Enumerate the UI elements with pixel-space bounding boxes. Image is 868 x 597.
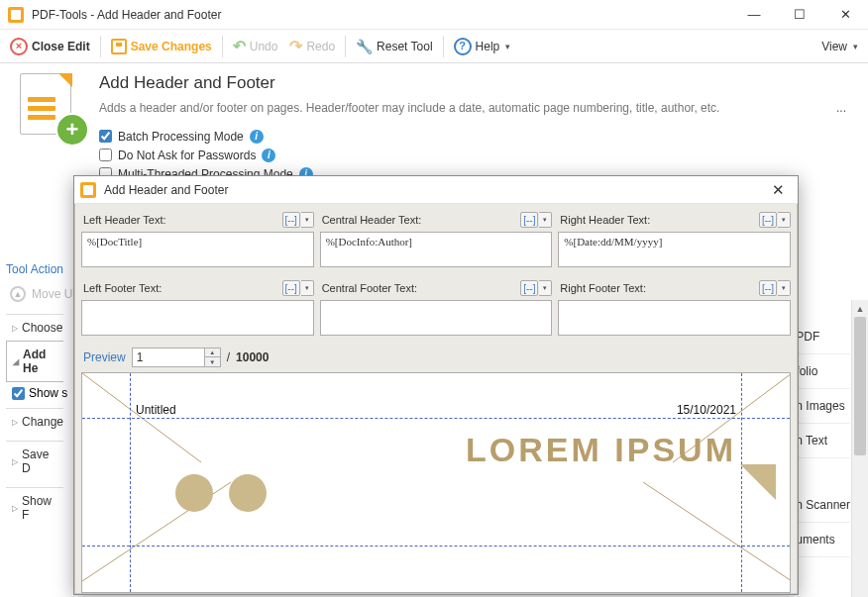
- preview-pane: Untitled 15/10/2021 LOREM IPSUM: [81, 372, 791, 593]
- dialog-titlebar: Add Header and Footer ✕: [74, 176, 798, 204]
- preview-label: Preview: [83, 350, 126, 364]
- insert-macro-dropdown[interactable]: ▾: [778, 280, 791, 296]
- preview-page-input[interactable]: [132, 348, 205, 367]
- tool-header: + Add Header and Footer Adds a header an…: [0, 63, 868, 191]
- left-header-input[interactable]: [81, 232, 314, 267]
- preview-sep: /: [227, 350, 230, 364]
- margin-guide-left: [130, 373, 131, 592]
- acc-change[interactable]: ▷Change: [6, 408, 63, 435]
- left-rail: Tool Action: [6, 262, 63, 276]
- tool-large-icon: +: [16, 73, 85, 143]
- show-setup-checkbox[interactable]: Show s: [6, 382, 72, 408]
- right-header-input[interactable]: [558, 232, 791, 267]
- help-button[interactable]: ? Help ▾: [448, 33, 517, 60]
- insert-macro-dropdown[interactable]: ▾: [539, 280, 552, 296]
- undo-icon: ↶: [233, 37, 246, 55]
- separator: [345, 36, 346, 57]
- insert-macro-dropdown[interactable]: ▾: [301, 212, 314, 228]
- insert-macro-button[interactable]: [--]: [520, 212, 538, 228]
- separator: [222, 36, 223, 57]
- right-item-images[interactable]: n Images: [794, 389, 850, 424]
- insert-macro-button[interactable]: [--]: [282, 212, 300, 228]
- preview-watermark: LOREM IPSUM: [466, 431, 736, 469]
- preview-controls: Preview ▲ ▼ / 10000: [83, 348, 789, 367]
- window-title: PDF-Tools - Add Header and Footer: [32, 8, 221, 22]
- dialog-icon: [80, 182, 96, 198]
- insert-macro-button[interactable]: [--]: [282, 280, 300, 296]
- insert-macro-dropdown[interactable]: ▾: [778, 212, 791, 228]
- scroll-thumb[interactable]: [854, 317, 866, 455]
- help-icon: ?: [454, 38, 472, 55]
- maximize-button[interactable]: ☐: [777, 0, 822, 30]
- tool-title: Add Header and Footer: [99, 73, 852, 93]
- page-spin-up[interactable]: ▲: [205, 348, 221, 357]
- right-footer-input[interactable]: [558, 300, 791, 336]
- right-item-documents[interactable]: uments: [794, 523, 850, 557]
- insert-macro-button[interactable]: [--]: [759, 212, 777, 228]
- reset-tool-button[interactable]: 🔧 Reset Tool: [350, 33, 438, 60]
- insert-macro-button[interactable]: [--]: [520, 280, 538, 296]
- separator: [443, 36, 444, 57]
- separator: [100, 36, 101, 57]
- batch-mode-checkbox[interactable]: Batch Processing Mode i: [99, 127, 852, 146]
- right-item-scanner[interactable]: n Scanner: [794, 488, 850, 523]
- preview-graphic-icon: [229, 474, 267, 512]
- preview-graphic-icon: [175, 474, 213, 512]
- acc-save[interactable]: ▷Save D: [6, 441, 63, 481]
- chevron-down-icon: ▾: [853, 42, 858, 51]
- move-up-button: ▲ Move U: [10, 286, 72, 302]
- central-footer-label: Central Footer Text:: [322, 282, 417, 294]
- preview-total: 10000: [236, 350, 269, 364]
- main-toolbar: × Close Edit Save Changes ↶ Undo ↷ Redo …: [0, 30, 868, 63]
- acc-show-files[interactable]: ▷Show F: [6, 487, 63, 528]
- chevron-down-icon: ▾: [505, 42, 510, 51]
- close-edit-button[interactable]: × Close Edit: [4, 33, 96, 60]
- close-icon: ×: [10, 38, 28, 55]
- undo-button[interactable]: ↶ Undo: [227, 33, 284, 60]
- header-grid: Left Header Text: [--] ▾ Central Header …: [81, 209, 791, 340]
- dialog-close-button[interactable]: ✕: [764, 178, 792, 202]
- acc-add-header[interactable]: ◢Add He: [6, 341, 63, 382]
- central-header-input[interactable]: [320, 232, 553, 267]
- insert-macro-dropdown[interactable]: ▾: [539, 212, 552, 228]
- redo-icon: ↷: [289, 37, 302, 55]
- scroll-up-icon[interactable]: ▲: [852, 300, 868, 317]
- insert-macro-button[interactable]: [--]: [759, 280, 777, 296]
- margin-guide-top: [82, 418, 790, 419]
- add-header-footer-dialog: Add Header and Footer ✕ Left Header Text…: [73, 175, 799, 595]
- section-label: Tool Action: [6, 262, 63, 276]
- right-item-folio[interactable]: folio: [794, 354, 850, 389]
- left-footer-input[interactable]: [81, 300, 314, 336]
- left-header-label: Left Header Text:: [83, 214, 166, 226]
- save-icon: [111, 39, 127, 54]
- arrow-up-icon: ▲: [10, 286, 26, 302]
- dialog-title: Add Header and Footer: [104, 183, 228, 197]
- left-footer-label: Left Footer Text:: [83, 282, 162, 294]
- redo-button[interactable]: ↷ Redo: [283, 33, 341, 60]
- description-more-button[interactable]: ...: [830, 99, 852, 117]
- preview-graphic-corner: [740, 464, 776, 500]
- central-header-label: Central Header Text:: [322, 214, 422, 226]
- info-icon[interactable]: i: [262, 149, 275, 162]
- page-spin-down[interactable]: ▼: [205, 357, 221, 367]
- right-item-text[interactable]: n Text: [794, 424, 850, 458]
- insert-macro-dropdown[interactable]: ▾: [301, 280, 314, 296]
- wrench-icon: 🔧: [356, 39, 373, 54]
- tool-description: Adds a header and/or footer on pages. He…: [99, 101, 719, 115]
- right-item-pdf[interactable]: PDF: [794, 320, 850, 354]
- no-passwords-checkbox[interactable]: Do Not Ask for Passwords i: [99, 146, 852, 164]
- central-footer-input[interactable]: [320, 300, 553, 336]
- right-scrollbar[interactable]: ▲ ▼: [851, 300, 868, 597]
- minimize-button[interactable]: —: [731, 0, 777, 30]
- right-header-label: Right Header Text:: [560, 214, 650, 226]
- margin-guide-bottom: [82, 546, 790, 547]
- preview-header-right: 15/10/2021: [677, 403, 736, 417]
- save-changes-button[interactable]: Save Changes: [105, 33, 218, 60]
- title-bar: PDF-Tools - Add Header and Footer — ☐ ✕: [0, 0, 868, 30]
- view-menu[interactable]: View ▾: [815, 33, 864, 60]
- right-footer-label: Right Footer Text:: [560, 282, 646, 294]
- close-window-button[interactable]: ✕: [822, 0, 868, 30]
- acc-choose[interactable]: ▷Choose: [6, 314, 63, 341]
- app-icon: [8, 7, 24, 23]
- info-icon[interactable]: i: [250, 130, 264, 144]
